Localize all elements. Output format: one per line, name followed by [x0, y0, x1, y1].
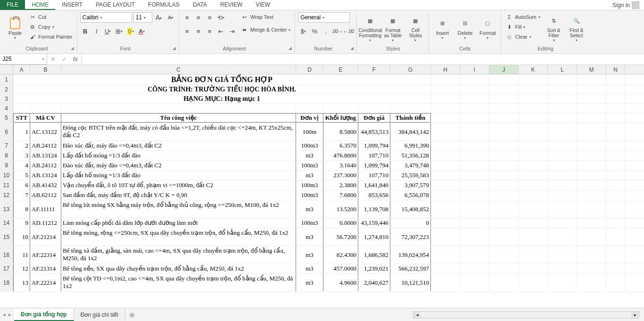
- formulas-tab[interactable]: FORMULAS: [141, 0, 186, 10]
- col-header-C[interactable]: C: [61, 65, 296, 74]
- cell[interactable]: [548, 181, 577, 190]
- cell[interactable]: [431, 113, 460, 123]
- cell[interactable]: [548, 161, 577, 170]
- cell[interactable]: [548, 190, 577, 200]
- cell[interactable]: [548, 151, 577, 160]
- cell[interactable]: [577, 171, 606, 180]
- align-middle-button[interactable]: ≡: [193, 12, 204, 23]
- cell[interactable]: 139,024,954: [390, 246, 431, 263]
- cell[interactable]: [606, 123, 625, 140]
- cell[interactable]: [606, 181, 625, 190]
- cell[interactable]: Đóng cọc BTCT trên mặt đất, máy có đầu b…: [61, 123, 296, 140]
- sheet-tab-other[interactable]: Đơn giá chi tiết: [74, 309, 125, 321]
- scroll-right-button[interactable]: ▸: [631, 312, 639, 318]
- cell[interactable]: [460, 171, 489, 180]
- format-as-table-button[interactable]: ▦Format as Table▾: [382, 12, 403, 44]
- cell[interactable]: [489, 123, 519, 140]
- cell[interactable]: [489, 218, 519, 228]
- cell[interactable]: 3,907,579: [390, 181, 431, 190]
- cell[interactable]: [606, 200, 625, 218]
- cell[interactable]: [489, 94, 519, 103]
- cell[interactable]: [460, 141, 489, 150]
- cell[interactable]: 6: [13, 181, 30, 190]
- cell[interactable]: [519, 218, 548, 228]
- cell[interactable]: Bê tông nền, SX qua dây chuyền trạm trộn…: [61, 264, 296, 273]
- cell[interactable]: [13, 104, 30, 113]
- align-right-button[interactable]: ≡: [205, 26, 215, 36]
- sort-filter-button[interactable]: ⇅Sort & Filter▾: [544, 12, 564, 44]
- cell[interactable]: 2,040,627: [358, 274, 390, 291]
- formula-input[interactable]: [82, 54, 644, 65]
- format-painter-button[interactable]: 🖌Format Painter: [27, 32, 74, 41]
- cell[interactable]: [577, 190, 606, 200]
- cell[interactable]: [577, 113, 606, 123]
- title-cell[interactable]: CÔNG TRÌNH: TRƯỜNG TIỂU HỌC HÒA BÌNH.: [13, 85, 431, 94]
- cell[interactable]: [548, 264, 577, 273]
- cell[interactable]: 566,232,597: [390, 264, 431, 273]
- font-dialog-launcher[interactable]: ◢: [173, 46, 176, 50]
- cell[interactable]: 0: [390, 218, 431, 228]
- col-header-H[interactable]: H: [431, 65, 460, 74]
- cell[interactable]: 3.1640: [323, 161, 358, 170]
- cell[interactable]: [431, 74, 460, 84]
- cell[interactable]: [577, 74, 606, 84]
- cell[interactable]: [548, 246, 577, 263]
- cell[interactable]: 384,843,142: [390, 123, 431, 140]
- row-header[interactable]: 6: [0, 123, 13, 140]
- cell[interactable]: [519, 85, 548, 94]
- cell[interactable]: 4.9600: [323, 274, 358, 291]
- cell[interactable]: [577, 85, 606, 94]
- align-top-button[interactable]: ≡: [182, 12, 192, 23]
- cell[interactable]: [577, 104, 606, 113]
- cell[interactable]: [460, 228, 489, 246]
- cell[interactable]: [606, 274, 625, 291]
- cell[interactable]: [577, 94, 606, 103]
- wrap-text-button[interactable]: ↩Wrap Text: [239, 12, 292, 22]
- font-color-button[interactable]: A▾: [137, 26, 147, 36]
- cell[interactable]: [431, 181, 460, 190]
- insert-tab[interactable]: INSERT: [55, 0, 89, 10]
- cell[interactable]: [548, 113, 577, 123]
- cell[interactable]: Lấp đất hố móng =1/3 đất đào: [61, 171, 296, 180]
- cell[interactable]: Đơn vị: [296, 113, 323, 123]
- cell[interactable]: [431, 218, 460, 228]
- cell[interactable]: 51,356,128: [390, 151, 431, 160]
- cell[interactable]: [577, 151, 606, 160]
- cell[interactable]: 1,274,810: [358, 228, 390, 246]
- cell[interactable]: [519, 94, 548, 103]
- cell[interactable]: [519, 228, 548, 246]
- cell[interactable]: 1,099,794: [358, 141, 390, 150]
- cell[interactable]: [489, 151, 519, 160]
- cell[interactable]: 6,991,390: [390, 141, 431, 150]
- cell[interactable]: [606, 85, 625, 94]
- cell[interactable]: [606, 218, 625, 228]
- cell[interactable]: [431, 94, 460, 103]
- autosum-button[interactable]: ΣAutoSum ▾: [504, 12, 541, 22]
- enter-formula-button[interactable]: ✓: [58, 56, 70, 63]
- cell[interactable]: [460, 190, 489, 200]
- row-header[interactable]: 4: [0, 104, 13, 113]
- row-header[interactable]: 2: [0, 85, 13, 94]
- cell[interactable]: [460, 151, 489, 160]
- cell[interactable]: 8.5800: [323, 123, 358, 140]
- cell[interactable]: [548, 141, 577, 150]
- cell[interactable]: Khối lượng: [323, 113, 358, 123]
- col-header-E[interactable]: E: [323, 65, 358, 74]
- cell[interactable]: Đào xúc đất, máy đào <=0,4m3, đất C2: [61, 161, 296, 170]
- cell[interactable]: [548, 171, 577, 180]
- cell[interactable]: 1,099,794: [358, 161, 390, 170]
- cell[interactable]: 15,408,852: [390, 200, 431, 218]
- cell[interactable]: [431, 171, 460, 180]
- cell[interactable]: [460, 200, 489, 218]
- cell[interactable]: AF.21214: [30, 228, 61, 246]
- fill-button[interactable]: ⬇Fill ▾: [504, 22, 541, 32]
- cell[interactable]: [489, 181, 519, 190]
- cell[interactable]: [606, 94, 625, 103]
- underline-button[interactable]: U▾: [103, 26, 113, 36]
- cell[interactable]: 7.6800: [323, 190, 358, 200]
- col-header-N[interactable]: N: [606, 65, 625, 74]
- grow-font-button[interactable]: A▴: [154, 12, 164, 23]
- cell[interactable]: 107,710: [358, 171, 390, 180]
- cell[interactable]: 100m3: [296, 181, 323, 190]
- cell[interactable]: [519, 181, 548, 190]
